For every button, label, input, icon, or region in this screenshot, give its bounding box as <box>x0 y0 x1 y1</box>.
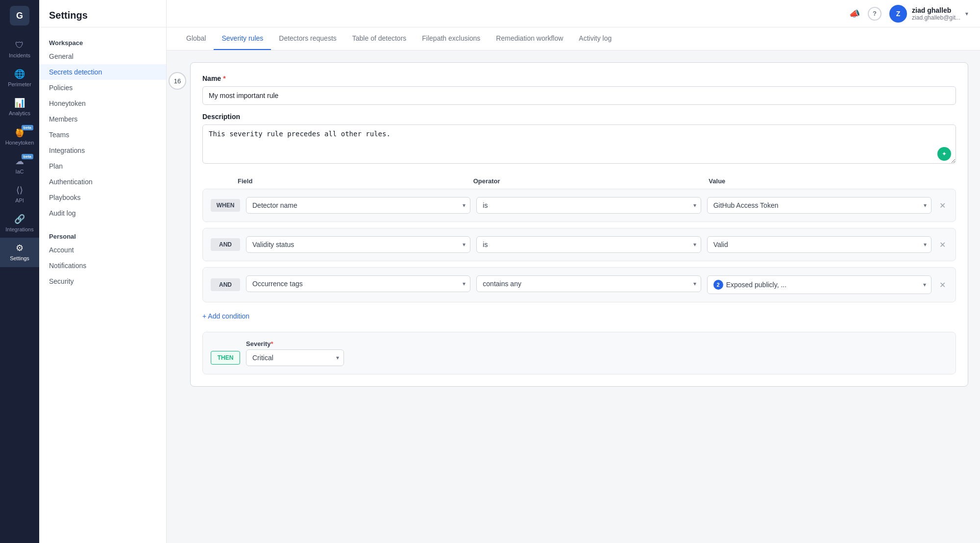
iac-badge: beta <box>22 154 33 159</box>
sidebar-item-authentication[interactable]: Authentication <box>39 174 166 190</box>
rule-card: Name* Description This severity rule pre… <box>190 62 968 387</box>
sidebar-item-security[interactable]: Security <box>39 273 166 289</box>
sidebar-item-secrets-detection[interactable]: Secrets detection <box>39 64 166 80</box>
operator-header: Operator <box>473 177 703 185</box>
sidebar: Settings Workspace General Secrets detec… <box>39 0 167 543</box>
and1-field-select[interactable]: Validity status <box>246 236 470 253</box>
when-field-select[interactable]: Detector name <box>246 197 470 214</box>
and2-field-select[interactable]: Occurrence tags <box>246 275 470 292</box>
description-label: Description <box>202 113 956 121</box>
sidebar-item-policies[interactable]: Policies <box>39 80 166 96</box>
when-value-wrapper: GitHub Access Token ▾ <box>707 197 931 214</box>
when-operator-wrapper: is ▾ <box>476 197 701 214</box>
condition-row-and1: AND Validity status ▾ <box>202 228 956 261</box>
sidebar-item-teams[interactable]: Teams <box>39 127 166 143</box>
honeytoken-badge: beta <box>22 125 33 130</box>
nav-item-settings[interactable]: ⚙ Settings <box>0 238 39 267</box>
and1-label: AND <box>211 238 240 251</box>
sidebar-item-general[interactable]: General <box>39 49 166 64</box>
and2-field-col: Occurrence tags ▾ <box>246 275 470 292</box>
tab-global[interactable]: Global <box>178 27 214 50</box>
and1-field-wrapper: Validity status ▾ <box>246 236 470 253</box>
and2-value-text: Exposed publicly, ... <box>726 281 915 289</box>
top-header: 📣 ? Z ziad ghalleb ziad.ghalleb@git... ▾ <box>167 0 980 27</box>
sidebar-item-members[interactable]: Members <box>39 111 166 127</box>
description-wrapper: This severity rule precedes all other ru… <box>202 124 956 166</box>
and1-field-col: Validity status ▾ <box>246 236 470 253</box>
severity-select[interactable]: Critical <box>246 349 344 366</box>
condition-row-and2: AND Occurrence tags ▾ <box>202 267 956 302</box>
nav-label-perimeter: Perimeter <box>8 81 31 88</box>
nav-item-api[interactable]: ⟨⟩ API <box>0 180 39 209</box>
and1-operator-select[interactable]: is <box>476 236 701 253</box>
tab-detectors-requests[interactable]: Detectors requests <box>271 27 344 50</box>
name-label: Name* <box>202 74 956 82</box>
and1-value-wrapper: Valid ▾ <box>707 236 931 253</box>
conditions-section: Field Operator Value WHEN Detecto <box>202 177 956 374</box>
add-condition-button[interactable]: + Add condition <box>202 308 956 324</box>
help-icon[interactable]: ? <box>868 7 882 21</box>
settings-icon: ⚙ <box>16 243 24 253</box>
and1-operator-col: is ▾ <box>476 236 701 253</box>
nav-item-incidents[interactable]: 🛡 Incidents <box>0 35 39 64</box>
content-area: 16 Name* Description This severity rule … <box>167 50 980 543</box>
tab-severity-rules[interactable]: Severity rules <box>214 27 271 50</box>
tab-filepath-exclusions[interactable]: Filepath exclusions <box>414 27 488 50</box>
and1-value-col: Valid ▾ <box>707 236 931 253</box>
user-menu[interactable]: Z ziad ghalleb ziad.ghalleb@git... ▾ <box>889 5 968 23</box>
ai-assist-icon[interactable]: ✦ <box>937 147 951 161</box>
nav-bar: G 🛡 Incidents 🌐 Perimeter 📊 Analytics be… <box>0 0 39 543</box>
condition-delete-and2[interactable]: ✕ <box>937 278 948 292</box>
nav-item-integrations[interactable]: 🔗 Integrations <box>0 209 39 238</box>
nav-item-analytics[interactable]: 📊 Analytics <box>0 93 39 122</box>
sidebar-item-playbooks[interactable]: Playbooks <box>39 190 166 205</box>
and2-value-select[interactable]: 2 Exposed publicly, ... ▾ <box>707 275 931 294</box>
severity-section: THEN Severity* Critical ▾ <box>202 332 956 374</box>
tab-remediation-workflow[interactable]: Remediation workflow <box>488 27 571 50</box>
nav-label-settings: Settings <box>10 255 29 262</box>
integrations-icon: 🔗 <box>14 214 25 224</box>
user-name: ziad ghalleb <box>912 6 960 14</box>
sidebar-item-notifications[interactable]: Notifications <box>39 258 166 273</box>
avatar: Z <box>889 5 907 23</box>
nav-label-honeytoken: Honeytoken <box>5 140 34 146</box>
condition-delete-and1[interactable]: ✕ <box>937 238 948 251</box>
nav-label-api: API <box>15 197 24 204</box>
when-field-col: Detector name ▾ <box>246 197 470 214</box>
and2-value-col: 2 Exposed publicly, ... ▾ <box>707 275 931 294</box>
name-input[interactable] <box>202 86 956 105</box>
when-operator-select[interactable]: is <box>476 197 701 214</box>
nav-item-perimeter[interactable]: 🌐 Perimeter <box>0 64 39 93</box>
when-value-col: GitHub Access Token ▾ <box>707 197 931 214</box>
and2-field-wrapper: Occurrence tags ▾ <box>246 275 470 292</box>
nav-logo: G <box>10 6 29 25</box>
api-icon: ⟨⟩ <box>16 185 23 196</box>
field-header: Field <box>238 177 467 185</box>
and1-columns: Validity status ▾ is ▾ <box>246 236 931 253</box>
tab-activity-log[interactable]: Activity log <box>571 27 619 50</box>
nav-item-iac[interactable]: beta ☁ IaC <box>0 151 39 180</box>
nav-item-honeytoken[interactable]: beta 🍯 Honeytoken <box>0 122 39 151</box>
condition-delete-when[interactable]: ✕ <box>937 199 948 212</box>
severity-label: Severity* <box>246 340 344 347</box>
tab-table-of-detectors[interactable]: Table of detectors <box>344 27 415 50</box>
sidebar-item-integrations[interactable]: Integrations <box>39 143 166 158</box>
tabs-bar: Global Severity rules Detectors requests… <box>167 27 980 50</box>
and2-operator-select[interactable]: contains any <box>476 275 701 292</box>
sidebar-item-audit-log[interactable]: Audit log <box>39 205 166 221</box>
notification-icon[interactable]: 📣 <box>849 8 860 19</box>
nav-label-analytics: Analytics <box>9 110 30 117</box>
description-input[interactable]: This severity rule precedes all other ru… <box>202 124 956 164</box>
nav-label-integrations: Integrations <box>5 226 33 233</box>
and1-operator-wrapper: is ▾ <box>476 236 701 253</box>
sidebar-item-account[interactable]: Account <box>39 242 166 258</box>
when-operator-col: is ▾ <box>476 197 701 214</box>
sidebar-item-honeytoken[interactable]: Honeytoken <box>39 96 166 111</box>
sidebar-content: Workspace General Secrets detection Poli… <box>39 27 166 543</box>
sidebar-title: Settings <box>39 0 166 27</box>
and1-value-select[interactable]: Valid <box>707 236 931 253</box>
sidebar-item-plan[interactable]: Plan <box>39 158 166 174</box>
when-value-select[interactable]: GitHub Access Token <box>707 197 931 214</box>
when-columns: Detector name ▾ is ▾ <box>246 197 931 214</box>
incidents-icon: 🛡 <box>15 40 24 50</box>
